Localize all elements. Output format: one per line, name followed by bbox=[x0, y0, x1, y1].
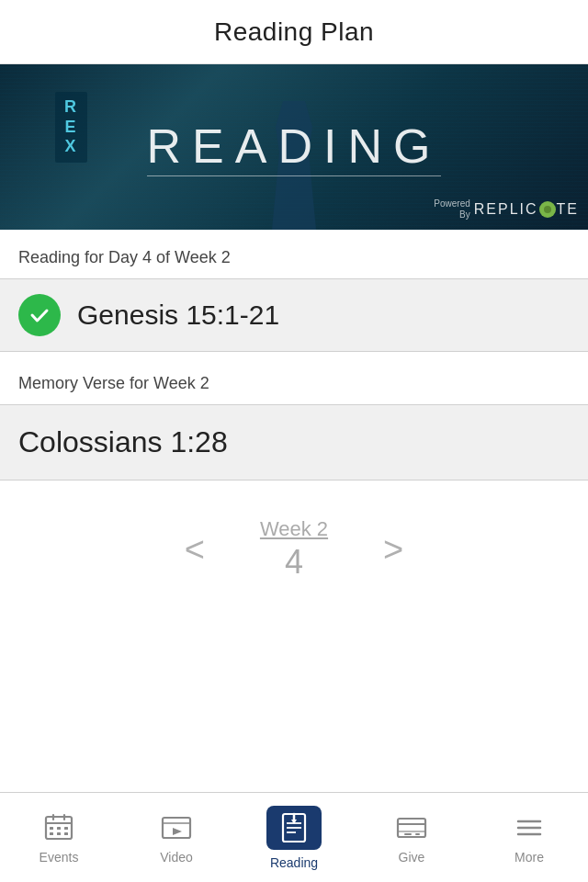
prev-week-button[interactable]: < bbox=[185, 532, 205, 567]
check-icon bbox=[18, 294, 61, 336]
checkmark-svg bbox=[28, 303, 51, 327]
rex-sign: R E X bbox=[55, 92, 87, 163]
video-icon bbox=[160, 811, 193, 844]
events-icon-box bbox=[42, 811, 75, 844]
memory-section-label: Memory Verse for Week 2 bbox=[0, 352, 588, 404]
week-label: Week 2 bbox=[260, 517, 328, 541]
video-icon-box bbox=[160, 811, 193, 844]
replicate-dot-icon bbox=[539, 201, 556, 218]
header: Reading Plan bbox=[0, 0, 588, 64]
hero-banner: R E X READING PoweredBy REPLIC TE bbox=[0, 64, 588, 230]
rex-letter-r: R bbox=[64, 97, 78, 118]
rex-letter-e: E bbox=[64, 118, 77, 138]
replicate-text-1: REPLIC bbox=[474, 201, 538, 218]
next-week-button[interactable]: > bbox=[383, 532, 403, 567]
svg-rect-7 bbox=[50, 832, 53, 835]
week-center: Week 2 4 bbox=[260, 517, 328, 582]
tab-video[interactable]: Video bbox=[118, 793, 235, 882]
replicate-text-2: TE bbox=[557, 201, 579, 218]
week-navigation: < Week 2 4 > bbox=[0, 481, 588, 600]
reading-icon-box bbox=[266, 806, 322, 850]
rex-letter-x: X bbox=[64, 137, 77, 157]
memory-verse-box[interactable]: Colossians 1:28 bbox=[0, 404, 588, 481]
svg-rect-22 bbox=[404, 833, 412, 835]
give-icon-box bbox=[395, 811, 428, 844]
page-title: Reading Plan bbox=[214, 17, 374, 47]
hero-reading-text: READING bbox=[147, 119, 442, 174]
reading-icon bbox=[277, 811, 311, 844]
give-icon bbox=[395, 811, 428, 844]
more-icon-box bbox=[513, 811, 546, 844]
give-tab-label: Give bbox=[399, 850, 425, 865]
more-icon bbox=[513, 811, 546, 844]
tab-give[interactable]: Give bbox=[353, 793, 470, 882]
tab-reading[interactable]: Reading bbox=[235, 793, 353, 882]
reading-tab-label: Reading bbox=[270, 855, 318, 870]
memory-verse-text: Colossians 1:28 bbox=[18, 425, 228, 459]
video-tab-label: Video bbox=[160, 850, 193, 865]
events-tab-label: Events bbox=[40, 850, 79, 865]
events-icon bbox=[42, 811, 75, 844]
reading-item[interactable]: Genesis 15:1-21 bbox=[0, 278, 588, 352]
svg-rect-23 bbox=[415, 833, 420, 835]
powered-by-text: PoweredBy bbox=[434, 198, 469, 220]
svg-rect-10 bbox=[163, 818, 190, 838]
reading-passage: Genesis 15:1-21 bbox=[77, 300, 279, 331]
reading-section-label: Reading for Day 4 of Week 2 bbox=[0, 230, 588, 278]
svg-rect-5 bbox=[57, 827, 61, 830]
tab-more[interactable]: More bbox=[470, 793, 588, 882]
main-content: Reading for Day 4 of Week 2 Genesis 15:1… bbox=[0, 230, 588, 600]
tab-bar: Events Video Reading bbox=[0, 792, 588, 882]
more-tab-label: More bbox=[514, 850, 544, 865]
tab-events[interactable]: Events bbox=[0, 793, 118, 882]
svg-rect-6 bbox=[64, 827, 68, 830]
svg-marker-12 bbox=[173, 828, 182, 835]
svg-rect-4 bbox=[50, 827, 53, 830]
hero-powered-by: PoweredBy REPLIC TE bbox=[434, 198, 579, 220]
svg-rect-9 bbox=[64, 832, 68, 835]
svg-rect-8 bbox=[57, 832, 61, 835]
week-day-number: 4 bbox=[285, 543, 303, 582]
